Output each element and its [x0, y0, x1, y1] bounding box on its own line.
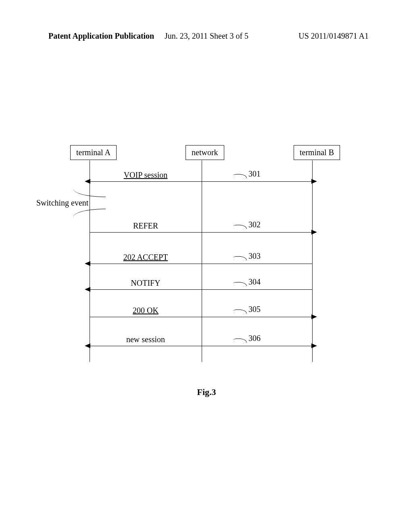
msg-voip-session-label: VOIP session: [124, 170, 168, 181]
sequence-diagram: terminal A network terminal B Switching …: [60, 145, 353, 371]
arrow-right-icon: [311, 230, 317, 235]
header-right: US 2011/0149871 A1: [298, 31, 369, 41]
msg-new-session: [90, 346, 312, 346]
ref-305: 305: [248, 305, 261, 314]
leader-icon: [234, 223, 247, 231]
event-curve-icon: [73, 189, 106, 197]
msg-voip-session: [90, 181, 312, 182]
switching-event-label: Switching event: [36, 198, 88, 208]
arrow-left-icon: [85, 179, 90, 184]
msg-202-accept: [90, 264, 312, 264]
msg-refer: [90, 232, 312, 233]
actor-network: network: [186, 145, 224, 160]
arrow-left-icon: [85, 287, 90, 292]
msg-200-ok: [90, 317, 312, 317]
event-curve-icon: [73, 209, 106, 217]
arrow-right-icon: [311, 179, 317, 184]
actor-terminal-a: terminal A: [70, 145, 117, 160]
lifeline-terminal-b: [312, 160, 313, 362]
ref-303: 303: [248, 251, 261, 261]
leader-icon: [234, 280, 247, 288]
header-left: Patent Application Publication: [48, 31, 154, 41]
arrow-right-icon: [311, 343, 317, 348]
msg-notify: [90, 289, 312, 290]
msg-202-accept-label: 202 ACCEPT: [123, 253, 168, 263]
arrow-right-icon: [311, 314, 317, 319]
leader-icon: [234, 172, 247, 180]
actor-terminal-b: terminal B: [294, 145, 340, 160]
header-center: Jun. 23, 2011 Sheet 3 of 5: [165, 31, 248, 41]
leader-icon: [234, 254, 247, 262]
msg-notify-label: NOTIFY: [131, 278, 160, 289]
arrow-left-icon: [85, 343, 90, 348]
msg-refer-label: REFER: [133, 221, 158, 231]
page: Patent Application Publication Jun. 23, …: [0, 0, 413, 532]
leader-icon: [234, 337, 247, 345]
lifeline-network: [202, 160, 202, 362]
ref-302: 302: [248, 220, 261, 229]
figure-caption: Fig.3: [197, 387, 216, 397]
msg-200-ok-label: 200 OK: [133, 306, 159, 316]
arrow-left-icon: [85, 261, 90, 266]
ref-306: 306: [248, 334, 261, 343]
ref-304: 304: [248, 277, 261, 287]
msg-new-session-label: new session: [126, 335, 165, 345]
leader-icon: [234, 308, 247, 316]
ref-301: 301: [248, 169, 261, 179]
